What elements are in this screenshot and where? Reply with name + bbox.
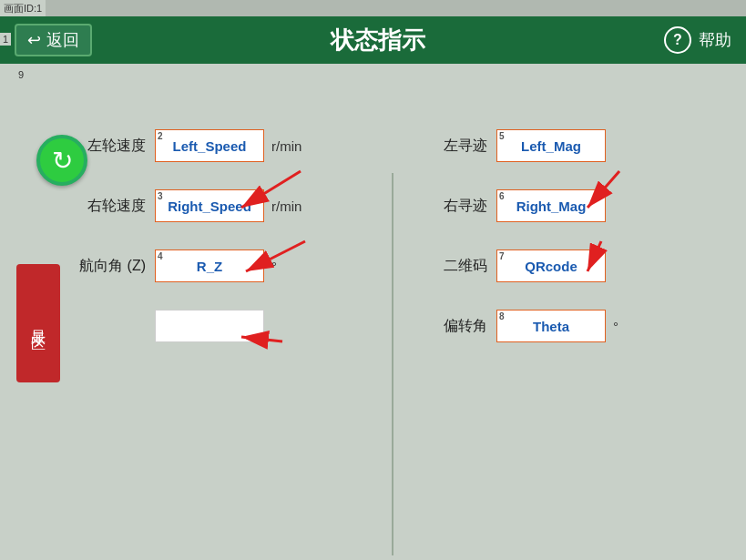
right-column: 左寻迹 5 Left_Mag 右寻迹 6 Right_Mag 二维码 7 QRc…: [414, 129, 715, 370]
clock-badge: 9: [18, 69, 24, 80]
heading-num: 4: [158, 251, 163, 261]
left-speed-label: 左轮速度: [73, 137, 155, 156]
right-speed-unit: r/min: [271, 199, 301, 214]
display-zone-label: 显示区: [16, 264, 60, 382]
empty-row: [73, 310, 401, 342]
right-mag-value: Right_Mag: [516, 199, 587, 214]
left-mag-value: Left_Mag: [521, 138, 581, 154]
heading-row: 航向角 (Z) 4 R_Z °: [73, 249, 401, 282]
heading-label: 航向角 (Z): [73, 257, 155, 276]
back-icon: ↩: [27, 30, 41, 50]
heading-box[interactable]: 4 R_Z: [155, 249, 264, 282]
left-speed-num: 2: [158, 131, 163, 141]
qrcode-value: QRcode: [525, 259, 577, 274]
help-icon: ?: [664, 26, 691, 54]
right-speed-box[interactable]: 3 Right_Speed: [155, 189, 264, 222]
left-speed-row: 左轮速度 2 Left_Speed r/min: [73, 129, 401, 162]
help-label: 帮助: [699, 29, 731, 51]
theta-value: Theta: [533, 319, 569, 334]
right-speed-value: Right_Speed: [168, 199, 251, 214]
left-mag-row: 左寻迹 5 Left_Mag: [414, 129, 715, 162]
right-speed-num: 3: [158, 191, 163, 201]
back-label: 返回: [46, 29, 79, 51]
theta-num: 8: [499, 311, 505, 321]
right-mag-row: 右寻迹 6 Right_Mag: [414, 189, 715, 222]
qrcode-row: 二维码 7 QRcode: [414, 249, 715, 282]
qrcode-box[interactable]: 7 QRcode: [496, 249, 606, 282]
header: 1 ↩ 返回 状态指示 ? 帮助: [0, 16, 746, 64]
empty-box: [155, 310, 264, 342]
qrcode-num: 7: [499, 251, 505, 261]
left-mag-label: 左寻迹: [414, 137, 496, 156]
left-speed-box[interactable]: 2 Left_Speed: [155, 129, 264, 162]
help-button[interactable]: ? 帮助: [664, 26, 731, 54]
heading-value: R_Z: [197, 259, 222, 274]
heading-unit: °: [271, 259, 277, 274]
column-divider: [392, 173, 393, 555]
page-title: 状态指示: [92, 25, 664, 56]
left-mag-num: 5: [499, 131, 505, 141]
right-speed-row: 右轮速度 3 Right_Speed r/min: [73, 189, 401, 222]
theta-label: 偏转角: [414, 317, 496, 336]
right-speed-label: 右轮速度: [73, 197, 155, 216]
left-speed-unit: r/min: [271, 138, 301, 154]
right-mag-box[interactable]: 6 Right_Mag: [496, 189, 606, 222]
screen-id-label: 画面ID:1: [0, 0, 46, 17]
left-mag-box[interactable]: 5 Left_Mag: [496, 129, 606, 162]
theta-unit: °: [613, 319, 618, 334]
theta-row: 偏转角 8 Theta °: [414, 310, 715, 342]
right-mag-label: 右寻迹: [414, 197, 496, 216]
back-button[interactable]: ↩ 返回: [15, 24, 92, 56]
left-speed-value: Left_Speed: [173, 138, 247, 154]
left-column: 左轮速度 2 Left_Speed r/min 右轮速度 3 Right_Spe…: [73, 129, 401, 370]
theta-box[interactable]: 8 Theta: [496, 310, 606, 342]
clock-icon: ↻: [52, 146, 73, 176]
main-content: 9 ↻ 显示区 左轮速度 2 Left_Speed r/min 右轮速度 3 R…: [0, 64, 746, 560]
header-badge: 1: [0, 33, 11, 46]
right-mag-num: 6: [499, 191, 505, 201]
qrcode-label: 二维码: [414, 257, 496, 276]
